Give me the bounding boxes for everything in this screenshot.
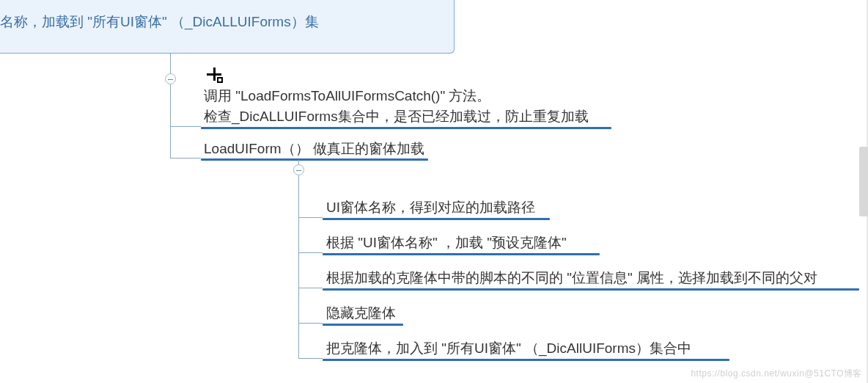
node-underline xyxy=(323,218,550,220)
branch2-title[interactable]: LoadUIForm（） 做真正的窗体加载 xyxy=(204,139,424,159)
node-underline xyxy=(201,127,611,129)
node-underline xyxy=(323,324,403,326)
watermark-text: https://blog.csdn.net/wuxin@51CTO博客 xyxy=(691,368,862,380)
add-subtopic-icon[interactable] xyxy=(207,68,223,84)
branch2-child[interactable]: 隐藏克隆体 xyxy=(326,304,396,324)
connector-line xyxy=(170,126,201,127)
branch2-child[interactable]: 根据 "UI窗体名称" ，加载 "预设克隆体" xyxy=(326,233,567,253)
connector-line xyxy=(170,54,171,76)
connector-line xyxy=(298,175,299,359)
connector-line xyxy=(298,323,323,324)
branch2-child[interactable]: 根据加载的克隆体中带的脚本的不同的 "位置信息" 属性，选择加载到不同的父对 xyxy=(326,269,817,288)
node-underline xyxy=(323,359,729,361)
branch2-child[interactable]: UI窗体名称，得到对应的加载路径 xyxy=(326,198,535,218)
node-underline xyxy=(201,158,428,161)
node-underline xyxy=(323,288,859,291)
node-underline xyxy=(323,253,600,255)
root-node-label: 名称，加载到 "所有UI窗体" （_DicALLUIForms）集 xyxy=(0,12,319,32)
connector-line xyxy=(170,84,171,158)
connector-line xyxy=(298,288,323,288)
collapse-toggle[interactable] xyxy=(165,73,176,84)
connector-line xyxy=(298,358,323,359)
connector-line xyxy=(170,158,201,158)
connector-line xyxy=(298,160,299,164)
connector-line xyxy=(298,217,323,218)
scrollbar-thumb[interactable] xyxy=(859,147,868,216)
connector-line xyxy=(298,252,323,253)
collapse-toggle[interactable] xyxy=(293,164,304,175)
root-node[interactable]: 名称，加载到 "所有UI窗体" （_DicALLUIForms）集 xyxy=(0,0,455,54)
branch2-child[interactable]: 把克隆体，加入到 "所有UI窗体" （_DicAllUIForms）集合中 xyxy=(326,339,691,359)
branch1-line2[interactable]: 检查_DicALLUIForms集合中，是否已经加载过，防止重复加载 xyxy=(204,107,589,127)
branch1-line1[interactable]: 调用 "LoadFormsToAllUIFormsCatch()" 方法。 xyxy=(204,87,490,106)
